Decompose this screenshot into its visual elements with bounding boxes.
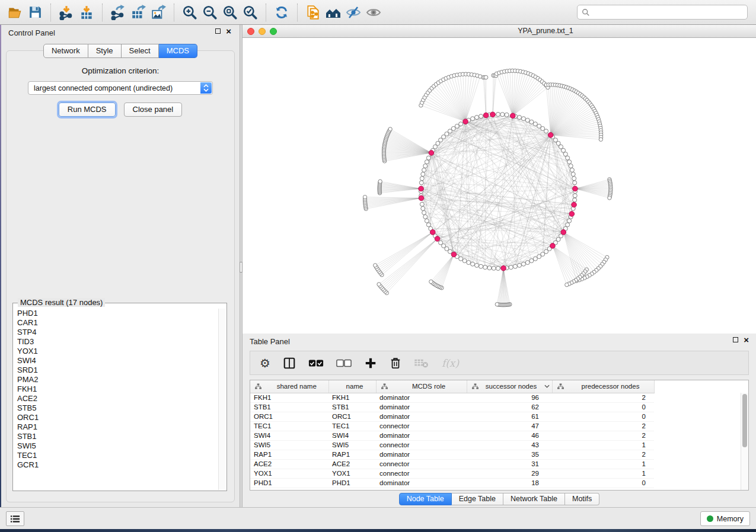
deselect-all-icon[interactable] [336, 354, 352, 372]
window-close-button[interactable] [247, 28, 254, 35]
export-network-icon[interactable] [108, 2, 128, 23]
column-header-shared-name[interactable]: shared name [250, 380, 328, 393]
table-row[interactable]: SWI5SWI5connector431 [250, 440, 654, 450]
list-item[interactable]: STB5 [14, 403, 218, 413]
column-header-name[interactable]: name [328, 380, 376, 393]
table-cell: SWI5 [328, 440, 376, 450]
export-table-icon[interactable] [128, 2, 148, 23]
table-cell: PHD1 [250, 478, 328, 488]
tab-edge-table[interactable]: Edge Table [452, 493, 503, 505]
float-window-icon[interactable] [733, 337, 738, 342]
zoom-in-icon[interactable] [180, 2, 200, 23]
column-header-predecessor-nodes[interactable]: predecessor nodes [552, 380, 654, 393]
list-item[interactable]: SWI4 [14, 356, 218, 366]
select-all-icon[interactable] [308, 354, 324, 372]
tab-mcds[interactable]: MCDS [159, 44, 197, 58]
search-input[interactable] [593, 8, 743, 17]
list-item[interactable]: PHD1 [14, 309, 218, 318]
mcds-pane: Optimization criterion: largest connecte… [6, 50, 235, 502]
import-network-icon[interactable] [56, 2, 76, 23]
search-icon [582, 8, 590, 17]
tab-style[interactable]: Style [88, 44, 122, 58]
table-row[interactable]: SWI4SWI4dominator462 [250, 431, 654, 440]
tab-motifs[interactable]: Motifs [565, 493, 599, 505]
toolbar-separator [174, 4, 174, 21]
table-cell: dominator [376, 450, 467, 459]
network-canvas[interactable] [243, 38, 756, 334]
list-item[interactable]: ACE2 [14, 394, 218, 403]
close-panel-button[interactable]: Close panel [124, 102, 183, 117]
table-row[interactable]: TEC1TEC1connector472 [250, 421, 654, 431]
list-item[interactable]: STB1 [14, 432, 218, 441]
clone-network-icon[interactable] [303, 2, 323, 23]
toolbar-separator [102, 4, 103, 21]
control-panel: Control Panel × NetworkStyleSelectMCDS O… [1, 25, 240, 507]
hide-selected-icon[interactable] [343, 2, 363, 23]
table-row[interactable]: ORC1ORC1dominator610 [250, 412, 654, 421]
optimization-criterion-select[interactable]: largest connected component (undirected) [28, 81, 213, 95]
list-item[interactable]: ORC1 [14, 413, 218, 422]
list-item[interactable]: TEC1 [14, 451, 218, 460]
table-cell: 31 [467, 459, 552, 469]
table-cell: 47 [467, 421, 552, 431]
first-neighbors-icon[interactable] [323, 2, 343, 23]
table-cell: connector [376, 469, 467, 478]
list-item[interactable]: GCR1 [14, 460, 218, 470]
table-cell: dominator [376, 402, 467, 412]
memory-label: Memory [717, 515, 744, 523]
table-row[interactable]: ACE2ACE2connector311 [250, 459, 654, 469]
list-item[interactable]: CAR1 [14, 318, 218, 328]
window-minimize-button[interactable] [259, 28, 266, 35]
tab-network-table[interactable]: Network Table [503, 493, 565, 505]
table-row[interactable]: FKH1FKH1dominator962 [250, 393, 654, 402]
zoom-out-icon[interactable] [200, 2, 220, 23]
delete-row-icon[interactable] [390, 354, 401, 372]
show-graphics-details-icon[interactable] [363, 2, 384, 23]
mcds-list-scrollbar[interactable] [218, 309, 226, 490]
export-image-icon[interactable] [148, 2, 168, 23]
chevron-down-icon[interactable] [544, 384, 550, 388]
table-cell: 96 [467, 393, 552, 402]
zoom-fit-icon[interactable] [220, 2, 240, 23]
network-window-titlebar[interactable]: YPA_prune.txt_1 [243, 25, 756, 38]
mcds-result-group: MCDS result (17 nodes) PHD1CAR1STP4TID3Y… [12, 303, 227, 491]
tab-select[interactable]: Select [122, 44, 159, 58]
list-item[interactable]: RAP1 [14, 422, 218, 432]
column-header-mcds-role[interactable]: MCDS role [376, 380, 467, 393]
table-cell: 2 [552, 450, 654, 459]
list-item[interactable]: FKH1 [14, 384, 218, 394]
close-icon[interactable]: × [744, 337, 749, 342]
table-scrollbar[interactable] [741, 393, 748, 490]
list-item[interactable]: STP4 [14, 328, 218, 337]
table-cell: YOX1 [328, 469, 376, 478]
open-file-icon[interactable] [5, 2, 25, 23]
table-cell: ORC1 [328, 412, 376, 421]
table-cell: 18 [467, 478, 552, 488]
save-session-icon[interactable] [25, 2, 45, 23]
window-zoom-button[interactable] [270, 28, 277, 35]
column-header-successor-nodes[interactable]: successor nodes [467, 380, 552, 393]
list-item[interactable]: PMA2 [14, 375, 218, 384]
refresh-icon[interactable] [272, 2, 292, 23]
show-panels-button[interactable] [6, 511, 24, 526]
memory-button[interactable]: Memory [700, 511, 750, 526]
table-row[interactable]: RAP1RAP1dominator352 [250, 450, 654, 459]
float-window-icon[interactable] [215, 28, 221, 34]
import-table-icon[interactable] [76, 2, 97, 23]
table-row[interactable]: STB1STB1dominator620 [250, 402, 654, 412]
tab-network[interactable]: Network [43, 44, 88, 58]
table-settings-icon[interactable]: ⚙ [260, 354, 270, 372]
table-row[interactable]: PHD1PHD1dominator180 [250, 478, 654, 488]
list-item[interactable]: TID3 [14, 337, 218, 347]
list-item[interactable]: YOX1 [14, 347, 218, 356]
run-mcds-button[interactable]: Run MCDS [59, 102, 116, 117]
add-row-icon[interactable] [364, 354, 377, 372]
table-scrollbar-thumb[interactable] [742, 394, 747, 447]
close-icon[interactable]: × [226, 28, 231, 34]
list-item[interactable]: SWI5 [14, 441, 218, 451]
table-row[interactable]: YOX1YOX1connector291 [250, 469, 654, 478]
show-columns-icon[interactable] [283, 354, 296, 372]
tab-node-table[interactable]: Node Table [399, 493, 452, 505]
zoom-selected-icon[interactable] [240, 2, 260, 23]
list-item[interactable]: SRD1 [14, 366, 218, 375]
